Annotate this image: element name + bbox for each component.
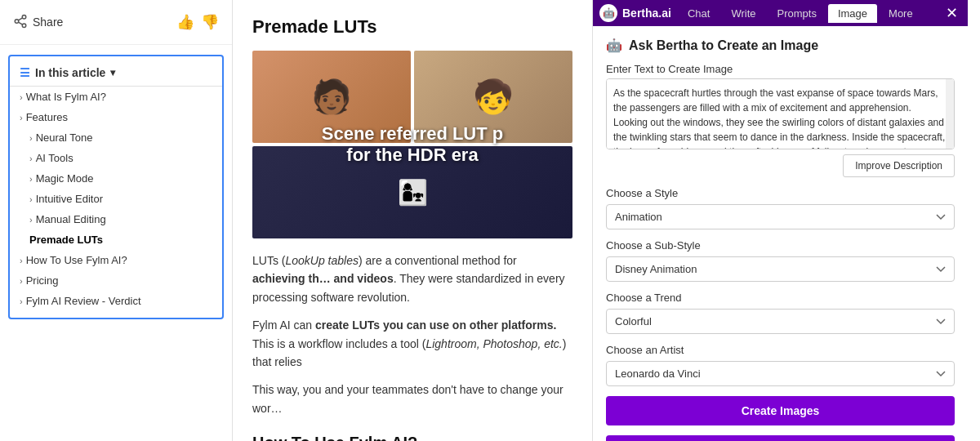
- section-2-title: How To Use Fylm AI?: [252, 434, 572, 441]
- toc-item-label-8: How To Use Fylm AI?: [26, 254, 127, 266]
- toc-item-what-is[interactable]: › What Is Fylm AI?: [10, 87, 222, 107]
- toc-list-icon: ☰: [20, 66, 30, 79]
- toc-item-label-9: Pricing: [26, 274, 59, 287]
- textarea-label: Enter Text to Create Image: [606, 63, 955, 75]
- bertha-close-button[interactable]: ✕: [942, 4, 961, 22]
- share-text: Share: [33, 16, 63, 29]
- artist-select-group: Choose an Artist Leonardo da Vinci Van G…: [606, 344, 955, 386]
- substyle-select-group: Choose a Sub-Style Disney Animation Pixa…: [606, 239, 955, 282]
- sidebar: Share 👍 👎 ☰ In this article ▾ › What Is …: [0, 0, 233, 441]
- toc-chevron-5: ›: [29, 194, 33, 204]
- toc-chevron-4: ›: [29, 174, 33, 184]
- improve-description-button[interactable]: Improve Description: [843, 154, 955, 177]
- bertha-nav-tabs: Chat Write Prompts Image More: [678, 4, 942, 23]
- toc-header-text: In this article: [35, 66, 105, 79]
- substyle-select[interactable]: Disney Animation Pixar Studio Ghibli: [606, 256, 955, 282]
- textarea-wrapper: [606, 78, 955, 149]
- bertha-title-text: Ask Bertha to Create an Image: [629, 38, 818, 53]
- bertha-panel-title: 🤖 Ask Bertha to Create an Image: [606, 38, 955, 53]
- bertha-topbar: 🤖 Bertha.ai Chat Write Prompts Image Mor…: [593, 0, 968, 26]
- article-para-3: This way, you and your teammates don't h…: [252, 381, 572, 417]
- thumbs-down-button[interactable]: 👎: [201, 13, 219, 31]
- toc-chevron-8: ›: [20, 256, 23, 265]
- tab-prompts[interactable]: Prompts: [768, 4, 826, 23]
- thumbs-up-button[interactable]: 👍: [176, 13, 194, 31]
- toc-item-label-5: Intuitive Editor: [36, 193, 103, 205]
- tab-image[interactable]: Image: [828, 4, 877, 23]
- toc-chevron-2: ›: [29, 133, 33, 143]
- bertha-body: 🤖 Ask Bertha to Create an Image Enter Te…: [593, 26, 968, 441]
- toc-chevron-6: ›: [29, 215, 33, 225]
- toc-item-pricing[interactable]: › Pricing: [10, 270, 222, 291]
- toc-item-magic-mode[interactable]: › Magic Mode: [10, 168, 222, 189]
- article-para-1: LUTs (LookUp tables) are a conventional …: [252, 252, 572, 306]
- lut-images-grid: 🧑🏾 🧒 👩‍👧 Scene referred LUT p for the HD…: [252, 51, 572, 238]
- textarea-scrollbar[interactable]: [946, 79, 954, 149]
- face-boy-image: 🧒: [414, 51, 572, 143]
- bertha-logo: 🤖 Bertha.ai: [599, 4, 671, 22]
- toc-item-manual-editing[interactable]: › Manual Editing: [10, 209, 222, 229]
- toc-chevron-0: ›: [20, 92, 23, 102]
- tab-more[interactable]: More: [879, 4, 923, 23]
- toc-item-features[interactable]: › Features: [10, 107, 222, 127]
- main-content: Premade LUTs 🧑🏾 🧒 👩‍👧 Scene referred LUT…: [233, 0, 592, 441]
- toc-item-ai-tools[interactable]: › AI Tools: [10, 148, 222, 168]
- bertha-panel: 🤖 Bertha.ai Chat Write Prompts Image Mor…: [592, 0, 968, 441]
- trend-label: Choose a Trend: [606, 292, 955, 304]
- search-images-button[interactable]: Search Images: [606, 435, 955, 441]
- thumbs-container: 👍 👎: [176, 13, 219, 31]
- toc-item-label-10: Fylm AI Review - Verdict: [26, 295, 141, 307]
- toc-item-label-1: Features: [26, 111, 68, 123]
- toc-chevron-1: ›: [20, 113, 23, 122]
- share-icon: [13, 14, 28, 31]
- lut-image-bottom: 👩‍👧: [252, 146, 572, 238]
- svg-line-4: [18, 17, 22, 20]
- svg-point-1: [15, 19, 19, 23]
- toc-item-how-to-use[interactable]: › How To Use Fylm AI?: [10, 250, 222, 270]
- bertha-title-icon: 🤖: [606, 38, 622, 53]
- substyle-label: Choose a Sub-Style: [606, 239, 955, 252]
- create-images-button[interactable]: Create Images: [606, 396, 955, 425]
- toc-item-label-6: Manual Editing: [36, 213, 106, 225]
- face-man-image: 🧑🏾: [252, 51, 411, 143]
- toc-chevron-10: ›: [20, 296, 23, 306]
- tab-write[interactable]: Write: [721, 4, 765, 23]
- svg-line-3: [18, 22, 22, 24]
- share-label: Share: [13, 14, 63, 31]
- share-bar: Share 👍 👎: [0, 0, 232, 45]
- article-title: Premade LUTs: [252, 16, 572, 38]
- lut-image-top-left: 🧑🏾: [252, 51, 411, 143]
- svg-point-0: [22, 15, 26, 19]
- trend-select-group: Choose a Trend Colorful Minimalist Retro: [606, 292, 955, 334]
- style-select[interactable]: Animation Realistic Abstract: [606, 204, 955, 229]
- toc-item-neural-tone[interactable]: › Neural Tone: [10, 127, 222, 148]
- style-label: Choose a Style: [606, 187, 955, 199]
- article-para-2: Fylm AI can create LUTs you can use on o…: [252, 316, 572, 371]
- toc-header: ☰ In this article ▾: [10, 63, 222, 87]
- text-input-section: Enter Text to Create Image Improve Descr…: [606, 63, 955, 177]
- image-description-input[interactable]: [607, 79, 954, 149]
- style-select-group: Choose a Style Animation Realistic Abstr…: [606, 187, 955, 229]
- bertha-logo-text: Bertha.ai: [622, 7, 671, 20]
- toc-chevron-3: ›: [29, 154, 33, 163]
- bertha-logo-icon: 🤖: [599, 4, 617, 22]
- artist-label: Choose an Artist: [606, 344, 955, 356]
- table-of-contents: ☰ In this article ▾ › What Is Fylm AI? ›…: [8, 55, 224, 319]
- artist-select[interactable]: Leonardo da Vinci Van Gogh Picasso: [606, 361, 955, 386]
- toc-chevron-icon: ▾: [110, 67, 115, 78]
- svg-point-2: [22, 24, 26, 28]
- toc-item-label-7: Premade LUTs: [29, 234, 103, 246]
- toc-item-intuitive-editor[interactable]: › Intuitive Editor: [10, 189, 222, 209]
- toc-item-label-3: AI Tools: [36, 152, 74, 164]
- trend-select[interactable]: Colorful Minimalist Retro: [606, 309, 955, 334]
- tab-chat[interactable]: Chat: [678, 4, 719, 23]
- toc-item-premade-luts[interactable]: Premade LUTs: [10, 229, 222, 250]
- toc-item-label-4: Magic Mode: [36, 172, 94, 185]
- toc-item-label-2: Neural Tone: [36, 131, 93, 144]
- toc-chevron-9: ›: [20, 276, 23, 286]
- dark-scene-image: 👩‍👧: [252, 146, 572, 238]
- toc-item-label-0: What Is Fylm AI?: [26, 91, 106, 103]
- lut-image-top-right: 🧒: [414, 51, 572, 143]
- toc-item-verdict[interactable]: › Fylm AI Review - Verdict: [10, 291, 222, 311]
